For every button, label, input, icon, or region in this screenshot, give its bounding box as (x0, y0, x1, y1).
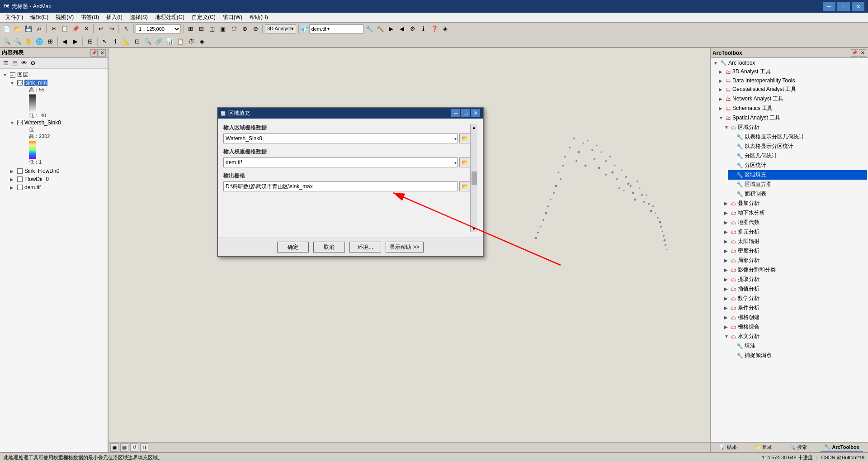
tb2-select[interactable]: ↖ (99, 36, 109, 46)
pt-list[interactable]: ☰ (2, 59, 10, 67)
tb2-more1[interactable]: ⊞ (85, 36, 95, 46)
tab-search[interactable]: 🔍 搜索 (786, 443, 811, 452)
atb-pin[interactable]: 📌 (851, 49, 858, 57)
tb2-back[interactable]: ◀ (60, 36, 70, 46)
tb-dem-tool8[interactable]: ◈ (440, 24, 450, 34)
tb-dem-tool3[interactable]: ▶ (386, 24, 396, 34)
tb-dem-tool5[interactable]: ⚙ (408, 24, 418, 34)
nav-btn-1[interactable]: ▣ (110, 443, 118, 452)
menu-geoprocess[interactable]: 地理处理(G) (151, 13, 188, 22)
dem-checkbox[interactable] (17, 185, 23, 190)
tb2-more2[interactable]: ◈ (197, 36, 207, 46)
tb-tool5[interactable]: ⬡ (229, 24, 239, 34)
dem-expand[interactable]: ▶ (10, 185, 15, 190)
tree-data-interop[interactable]: ▶ 🗂 Data Interoperability Tools (717, 76, 867, 85)
tab-arctoolbox[interactable]: 🔧 ArcToolbox (821, 443, 863, 452)
minimize-button[interactable]: ─ (823, 2, 835, 11)
tree-spatial[interactable]: ▼ 🗂 Spatial Analyst 工具 (717, 113, 867, 123)
flowdir0-checkbox[interactable] (17, 176, 23, 182)
tree-network[interactable]: ▶ 🗂 Network Analyst 工具 (717, 94, 867, 104)
tb-save[interactable]: 💾 (24, 24, 33, 34)
tab-results[interactable]: 📊 结果 (716, 443, 741, 452)
panel-close[interactable]: ✕ (99, 49, 106, 57)
tb-dem-tool2[interactable]: 🔨 (375, 24, 385, 34)
tb-tool6[interactable]: ⊕ (240, 24, 250, 34)
tree-schematics[interactable]: ▶ 🗂 Schematics 工具 (717, 104, 867, 113)
nav-btn-refresh[interactable]: ↺ (130, 443, 138, 452)
tree-3d-analyst[interactable]: ▶ 🗂 3D Analyst 工具 (717, 67, 867, 76)
menu-view[interactable]: 视图(V) (52, 13, 77, 22)
maximize-button[interactable]: □ (837, 2, 850, 11)
atb-close[interactable]: ✕ (859, 49, 866, 57)
tb2-pan[interactable]: ✋ (24, 36, 33, 46)
tree-multivariate[interactable]: ▶ 🗂 多元分析 (722, 227, 867, 237)
menu-select[interactable]: 选择(S) (126, 13, 151, 22)
tree-solar[interactable]: ▶ 🗂 太阳辐射 (722, 237, 867, 246)
tb-cut[interactable]: ✂ (49, 24, 59, 34)
flowdir-checkbox[interactable] (17, 168, 23, 174)
tb-copy[interactable]: 📋 (60, 24, 70, 34)
field3-input[interactable] (223, 181, 458, 191)
tb2-results[interactable]: 📋 (175, 36, 185, 46)
btn-env[interactable]: 环境... (349, 242, 381, 252)
tb2-graph[interactable]: 📊 (165, 36, 175, 46)
analyst-dropdown[interactable]: 3D Analyst▾ (265, 24, 296, 33)
tb-print[interactable]: 🖨 (34, 24, 44, 34)
field2-select[interactable]: dem.tif (223, 157, 458, 167)
sink-min-checkbox[interactable]: ✓ (17, 80, 23, 86)
tb2-find[interactable]: 🔍 (143, 36, 153, 46)
tree-hydro[interactable]: ▼ 🗂 水文分析 (722, 332, 867, 341)
tb-dem-tool6[interactable]: ℹ (419, 24, 429, 34)
tb2-zoom-out[interactable]: 🔍 (13, 36, 23, 46)
tb-tool4[interactable]: ▣ (218, 24, 228, 34)
menu-bookmark[interactable]: 书签(B) (77, 13, 103, 22)
pt-show[interactable]: 👁 (20, 59, 28, 67)
panel-pin[interactable]: 📌 (90, 49, 98, 57)
tb-dem-tool1[interactable]: 🔧 (364, 24, 374, 34)
layers-label[interactable]: 图层 (17, 71, 28, 79)
tb-undo[interactable]: ↩ (96, 24, 106, 34)
layers-checkbox[interactable] (10, 72, 15, 78)
pt-layers[interactable]: ▤ (11, 59, 19, 67)
tb-paste[interactable]: 📌 (71, 24, 80, 34)
field1-browse[interactable]: 📂 (459, 133, 470, 143)
dem-dropdown[interactable]: dem.tif ▾ (309, 24, 363, 33)
tb-open[interactable]: 📂 (13, 24, 23, 34)
menu-window[interactable]: 窗口(W) (219, 13, 246, 22)
tab-catalog[interactable]: 📁 目录 (751, 443, 776, 452)
tree-interpolate[interactable]: ▶ 🗂 插值分析 (722, 284, 867, 294)
tree-groundwater[interactable]: ▶ 🗂 地下水分析 (722, 208, 867, 218)
btn-ok[interactable]: 确定 (277, 242, 309, 252)
menu-insert[interactable]: 插入(I) (103, 13, 126, 22)
scroll-down[interactable]: ▼ (472, 226, 476, 231)
tb-tool1[interactable]: ⊞ (185, 24, 195, 34)
tb-tool2[interactable]: ⊟ (196, 24, 206, 34)
menu-edit[interactable]: 编辑(E) (27, 13, 52, 22)
tb-dem-tool7[interactable]: ❓ (429, 24, 439, 34)
tb-redo[interactable]: ↪ (107, 24, 117, 34)
pt-options[interactable]: ⚙ (29, 59, 37, 67)
dialog-close[interactable]: ✕ (471, 109, 480, 117)
tree-zonal-geom[interactable]: ▶ 🔧 分区几何统计 (728, 151, 867, 161)
zone-fill-dialog[interactable]: ▦ 区域填充 ─ □ ✕ (217, 107, 484, 257)
menu-file[interactable]: 文件(F) (2, 13, 27, 22)
sink-min-name[interactable]: sink_min (24, 80, 47, 86)
tree-zonal-stats[interactable]: ▶ 🔧 分区统计 (728, 161, 867, 170)
tb2-extent[interactable]: ⊞ (45, 36, 55, 46)
tb2-time[interactable]: ⏱ (186, 36, 196, 46)
tb2-identify[interactable]: ⊡ (132, 36, 142, 46)
flowdir0-name[interactable]: FlowDir_0 (24, 176, 49, 182)
tree-area-table[interactable]: ▶ 🔧 面积制表 (728, 189, 867, 199)
field2-browse[interactable]: 📂 (459, 157, 470, 167)
menu-help[interactable]: 帮助(H) (246, 13, 272, 22)
tree-density[interactable]: ▶ 🗂 密度分析 (722, 246, 867, 256)
tree-raster-general[interactable]: ▶ 🗂 栅格综合 (722, 322, 867, 332)
btn-help[interactable]: 显示帮助 >> (386, 242, 423, 252)
tree-conditional[interactable]: ▶ 🗂 条件分析 (722, 303, 867, 313)
tree-zone-hist[interactable]: ▶ 🔧 区域直方图 (728, 180, 867, 189)
dialog-minimize[interactable]: ─ (451, 109, 460, 117)
tb-delete[interactable]: ✕ (81, 24, 91, 34)
tree-fill[interactable]: ▶ 🔧 填洼 (728, 341, 867, 351)
field1-select[interactable]: Watersh_Sink0 (223, 133, 458, 143)
flowdir-expand[interactable]: ▶ (10, 169, 15, 174)
